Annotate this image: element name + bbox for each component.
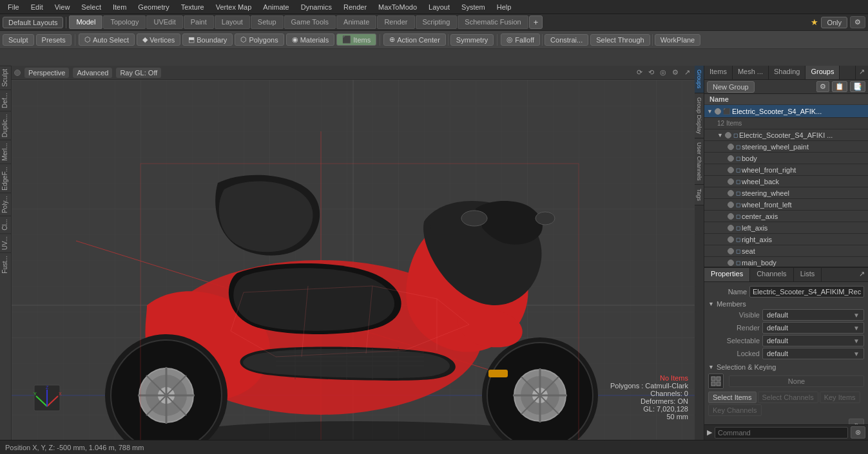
materials-button[interactable]: ◉ Materials [286,33,335,46]
workplane-button[interactable]: WorkPlane [655,34,701,46]
group-row-body[interactable]: ◻ body [704,153,868,164]
group-row-root[interactable]: ▼ ⬛ Electric_Scooter_S4_AFIK... [704,105,868,118]
add-workspace-button[interactable]: + [529,15,543,29]
name-input[interactable] [749,286,864,298]
boundary-button[interactable]: ⬒ Boundary [182,33,233,46]
sidebar-uv[interactable]: UV... [0,233,11,252]
group-row-wfr[interactable]: ◻ wheel_front_right [704,164,868,176]
tab-paint[interactable]: Paint [184,15,214,29]
members-toggle-icon[interactable]: ▼ [708,301,714,307]
select-through-button[interactable]: Select Through [590,34,650,46]
key-items-button[interactable]: Key Items [820,392,860,403]
right-edge-tab-group-display[interactable]: Group Display [695,93,704,138]
layout-selector[interactable]: Default Layouts [3,17,63,28]
action-center-button[interactable]: ⊕ Action Center [383,33,446,46]
group-row-sw[interactable]: ◻ steering_wheel [704,187,868,199]
props-expand-icon[interactable]: ↗ [856,268,868,281]
seat-vis[interactable] [728,248,734,254]
menu-animate[interactable]: Animate [258,2,294,12]
group-row-la[interactable]: ◻ left_axis [704,222,868,234]
menu-texture[interactable]: Texture [176,2,209,12]
menu-select[interactable]: Select [76,2,106,12]
group-row-item1[interactable]: ▼ ◻ Electric_Scooter_S4_AFIKI ... [704,129,868,141]
ra-vis[interactable] [728,236,734,243]
viewport-target-icon[interactable]: ◎ [658,68,668,77]
group-icon-btn3[interactable]: 📑 [850,81,865,92]
sidebar-edgef[interactable]: EdgeF... [0,164,11,193]
tab-uvedit[interactable]: UVEdit [146,15,182,29]
sculpt-button[interactable]: Sculpt [3,34,34,46]
sidebar-merl[interactable]: Merl... [0,140,11,164]
la-vis[interactable] [728,225,734,231]
props-tab-properties[interactable]: Properties [704,268,750,281]
selectable-dropdown[interactable]: default ▼ [762,335,864,346]
props-tab-channels[interactable]: Channels [750,268,793,281]
tab-setup[interactable]: Setup [251,15,284,29]
sidebar-sculpt[interactable]: Sculpt [0,66,11,90]
menu-edit[interactable]: Edit [26,2,48,12]
menu-dynamics[interactable]: Dynamics [296,2,337,12]
menu-vertex-map[interactable]: Vertex Map [211,2,257,12]
viewport-dot[interactable] [14,70,21,76]
wb-vis[interactable] [728,178,734,185]
viewport-advanced-label[interactable]: Advanced [73,68,112,78]
viewport-expand-icon[interactable]: ↗ [682,68,692,77]
sidebar-duplic[interactable]: Duplic... [0,111,11,140]
viewport-undo-icon[interactable]: ⟲ [646,68,656,77]
row-vis-dot[interactable] [715,108,721,115]
group-row-ca[interactable]: ◻ center_axis [704,211,868,222]
group-icon-btn2[interactable]: 📋 [832,81,847,92]
command-input[interactable] [715,427,848,439]
group-row-wb[interactable]: ◻ wheel_back [704,176,868,187]
viewport[interactable]: Perspective Advanced Ray GL: Off ⟳ ⟲ ◎ ⚙… [12,66,695,440]
tab-model[interactable]: Model [69,15,102,29]
right-edge-tab-tags[interactable]: Tags [695,185,704,205]
body-vis[interactable] [728,155,734,162]
menu-system[interactable]: System [456,2,490,12]
sidebar-fust[interactable]: Fust... [0,252,11,276]
item1-vis[interactable] [725,132,731,138]
falloff-button[interactable]: ◎ Falloff [501,33,540,46]
group-row-ra[interactable]: ◻ right_axis [704,234,868,245]
vertices-button[interactable]: ◆ Vertices [137,33,180,46]
viewport-settings-icon[interactable]: ⚙ [670,68,680,77]
tab-animate[interactable]: Animate [336,15,376,29]
new-group-button[interactable]: New Group [707,81,755,93]
menu-item[interactable]: Item [108,2,131,12]
tab-schematic[interactable]: Schematic Fusion [458,15,528,29]
right-edge-tab-groups[interactable]: Groups [695,66,704,93]
right-edge-tab-user-channels[interactable]: User Channels [695,138,704,185]
symmetry-button[interactable]: Symmetry [450,34,494,46]
menu-view[interactable]: View [50,2,75,12]
menu-geometry[interactable]: Geometry [133,2,174,12]
group-row-seat[interactable]: ◻ seat [704,245,868,257]
tab-items[interactable]: Items [704,66,733,79]
sp-vis[interactable] [728,144,734,150]
mb-vis[interactable] [728,260,734,266]
viewport-perspective-label[interactable]: Perspective [24,68,69,78]
sw-vis[interactable] [728,190,734,196]
props-tab-lists[interactable]: Lists [794,268,822,281]
polygons-button[interactable]: ⬡ Polygons [235,33,284,46]
select-items-button[interactable]: Select Items [708,392,757,403]
tab-mesh[interactable]: Mesh ... [733,66,769,79]
group-row-wfl[interactable]: ◻ wheel_front_left [704,199,868,211]
visible-dropdown[interactable]: default ▼ [762,309,864,321]
key-channels-button[interactable]: Key Channels [708,404,762,416]
tab-shading[interactable]: Shading [769,66,805,79]
auto-select-button[interactable]: ⬡ Auto Select [79,33,135,46]
keying-icon[interactable] [708,374,724,389]
tab-groups[interactable]: Groups [805,66,840,79]
wfl-vis[interactable] [728,202,734,208]
settings-gear-icon[interactable]: ⚙ [850,16,865,28]
items-button[interactable]: ⬛ Items [336,33,376,46]
group-icon-btn1[interactable]: ⚙ [816,81,829,92]
menu-file[interactable]: File [3,2,24,12]
tab-scripting[interactable]: Scripting [416,15,458,29]
sidebar-poly[interactable]: Poly... [0,193,11,216]
tab-game-tools[interactable]: Game Tools [284,15,336,29]
viewport-raygl-label[interactable]: Ray GL: Off [116,68,161,78]
menu-layout[interactable]: Layout [423,2,455,12]
panel-expand-icon[interactable]: ↗ [855,66,868,79]
locked-dropdown[interactable]: default ▼ [762,348,864,359]
